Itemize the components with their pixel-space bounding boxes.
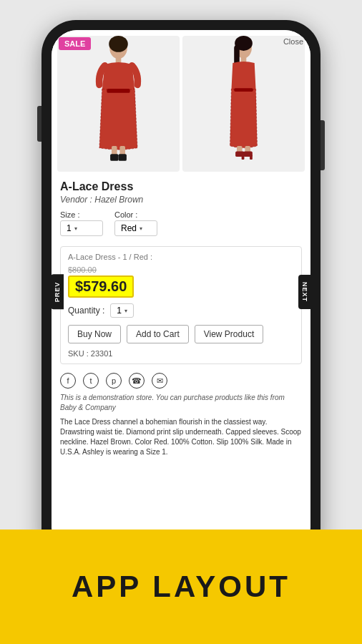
variant-title: A-Lace Dress - 1 / Red : <box>68 253 294 261</box>
vendor-info: Vendor : Hazel Brown <box>60 195 302 205</box>
svg-rect-18 <box>250 155 253 160</box>
product-description: The Lace Dress channel a bohemian flouri… <box>52 416 310 459</box>
product-image-2 <box>182 36 305 172</box>
current-price: $579.60 <box>68 275 134 298</box>
action-buttons: Buy Now Add to Cart View Product <box>68 325 294 343</box>
buy-now-button[interactable]: Buy Now <box>68 325 121 343</box>
dress-figure-1-svg <box>57 36 180 172</box>
variant-section: A-Lace Dress - 1 / Red : $800.00 $579.60… <box>60 246 302 364</box>
color-selector-group: Color : Red ▾ <box>114 210 157 236</box>
phone-frame: PREV NEXT SALE Close <box>41 20 321 564</box>
sku-info: SKU : 23301 <box>68 349 294 358</box>
product-image-1 <box>57 36 180 172</box>
svg-rect-6 <box>110 154 118 161</box>
next-tab[interactable]: NEXT <box>298 275 310 309</box>
bottom-banner: APP LAYOUT <box>0 530 362 644</box>
svg-rect-11 <box>241 57 247 62</box>
close-button[interactable]: Close <box>283 37 303 46</box>
twitter-icon[interactable]: t <box>83 373 99 389</box>
color-selector[interactable]: Red ▾ <box>114 220 157 236</box>
prev-tab[interactable]: PREV <box>52 275 64 310</box>
color-chevron-icon: ▾ <box>140 225 142 232</box>
size-label: Size : <box>60 210 103 219</box>
size-selector[interactable]: 1 ▾ <box>60 220 103 236</box>
quantity-row: Quantity : 1 ▾ <box>68 303 294 318</box>
add-to-cart-button[interactable]: Add to Cart <box>127 325 189 343</box>
quantity-chevron-icon: ▾ <box>124 308 127 314</box>
svg-rect-12 <box>234 88 253 92</box>
facebook-icon[interactable]: f <box>60 373 76 389</box>
sale-badge: SALE <box>59 37 91 50</box>
old-price: $800.00 <box>68 265 294 274</box>
pinterest-icon[interactable]: p <box>106 373 122 389</box>
app-layout-label: APP LAYOUT <box>72 570 290 604</box>
email-icon[interactable]: ✉ <box>152 373 167 389</box>
product-name: A-Lace Dress <box>60 180 302 193</box>
svg-rect-2 <box>116 57 122 63</box>
quantity-label: Quantity : <box>68 306 104 316</box>
dress-figure-2-svg <box>182 36 305 172</box>
size-selector-group: Size : 1 ▾ <box>60 210 103 236</box>
quantity-selector[interactable]: 1 ▾ <box>110 303 134 318</box>
svg-point-1 <box>109 36 128 52</box>
product-images-section: SALE Close <box>52 30 310 175</box>
selectors-row: Size : 1 ▾ Color : Red ▾ <box>60 210 302 236</box>
view-product-button[interactable]: View Product <box>195 325 263 343</box>
demo-text: This is a demonstration store. You can p… <box>52 391 310 416</box>
social-row: f t p ☎ ✉ <box>52 367 310 391</box>
svg-rect-7 <box>119 154 127 161</box>
color-label: Color : <box>114 210 157 219</box>
phone-icon[interactable]: ☎ <box>129 373 145 389</box>
size-chevron-icon: ▾ <box>74 225 77 232</box>
svg-rect-3 <box>107 89 129 93</box>
phone-screen: PREV NEXT SALE Close <box>52 30 310 554</box>
product-info-section: A-Lace Dress Vendor : Hazel Brown Size :… <box>52 175 310 243</box>
